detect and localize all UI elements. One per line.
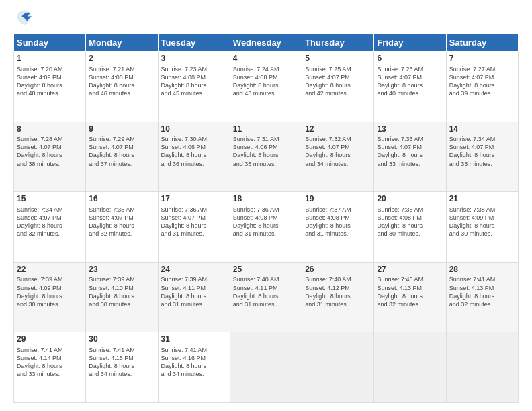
day-number: 26	[305, 265, 371, 275]
calendar-header-row: SundayMondayTuesdayWednesdayThursdayFrid…	[14, 34, 519, 52]
calendar-cell: 21Sunrise: 7:38 AMSunset: 4:09 PMDayligh…	[446, 192, 518, 263]
calendar-cell: 24Sunrise: 7:39 AMSunset: 4:11 PMDayligh…	[158, 262, 230, 332]
calendar-cell: 26Sunrise: 7:40 AMSunset: 4:12 PMDayligh…	[302, 262, 374, 332]
day-number: 13	[377, 124, 443, 135]
calendar-week-row: 1Sunrise: 7:20 AMSunset: 4:09 PMDaylight…	[14, 52, 519, 122]
calendar-cell: 15Sunrise: 7:34 AMSunset: 4:07 PMDayligh…	[14, 192, 86, 263]
cell-info: Sunrise: 7:33 AMSunset: 4:07 PMDaylight:…	[377, 135, 443, 168]
day-number: 5	[305, 54, 371, 64]
day-number: 27	[377, 265, 443, 275]
day-number: 3	[161, 54, 227, 64]
day-number: 16	[89, 194, 154, 205]
cell-info: Sunrise: 7:20 AMSunset: 4:09 PMDaylight:…	[17, 65, 83, 98]
cell-info: Sunrise: 7:31 AMSunset: 4:06 PMDaylight:…	[233, 135, 299, 168]
weekday-header-monday: Monday	[86, 34, 158, 52]
calendar-cell	[230, 332, 302, 403]
cell-info: Sunrise: 7:38 AMSunset: 4:08 PMDaylight:…	[377, 205, 443, 238]
day-number: 4	[233, 54, 299, 64]
calendar-cell: 31Sunrise: 7:41 AMSunset: 4:16 PMDayligh…	[158, 332, 230, 403]
calendar-cell: 12Sunrise: 7:32 AMSunset: 4:07 PMDayligh…	[302, 122, 374, 192]
day-number: 19	[305, 194, 371, 205]
cell-info: Sunrise: 7:41 AMSunset: 4:13 PMDaylight:…	[449, 275, 515, 308]
day-number: 24	[161, 265, 227, 275]
cell-info: Sunrise: 7:39 AMSunset: 4:09 PMDaylight:…	[17, 275, 83, 308]
cell-info: Sunrise: 7:26 AMSunset: 4:07 PMDaylight:…	[377, 65, 443, 98]
day-number: 22	[17, 265, 83, 275]
day-number: 21	[449, 194, 515, 205]
day-number: 10	[161, 124, 227, 135]
day-number: 8	[17, 124, 83, 135]
calendar-week-row: 22Sunrise: 7:39 AMSunset: 4:09 PMDayligh…	[14, 262, 519, 332]
calendar-cell: 19Sunrise: 7:37 AMSunset: 4:08 PMDayligh…	[302, 192, 374, 263]
cell-info: Sunrise: 7:29 AMSunset: 4:07 PMDaylight:…	[89, 135, 154, 168]
calendar-cell: 30Sunrise: 7:41 AMSunset: 4:15 PMDayligh…	[86, 332, 158, 403]
cell-info: Sunrise: 7:36 AMSunset: 4:07 PMDaylight:…	[161, 205, 227, 238]
cell-info: Sunrise: 7:25 AMSunset: 4:07 PMDaylight:…	[305, 65, 371, 98]
cell-info: Sunrise: 7:40 AMSunset: 4:13 PMDaylight:…	[377, 275, 443, 308]
calendar-cell: 5Sunrise: 7:25 AMSunset: 4:07 PMDaylight…	[302, 52, 374, 122]
cell-info: Sunrise: 7:35 AMSunset: 4:07 PMDaylight:…	[89, 205, 154, 238]
day-number: 9	[89, 124, 154, 135]
calendar-cell: 3Sunrise: 7:23 AMSunset: 4:08 PMDaylight…	[158, 52, 230, 122]
calendar-cell: 18Sunrise: 7:36 AMSunset: 4:08 PMDayligh…	[230, 192, 302, 263]
day-number: 31	[161, 334, 227, 345]
calendar-cell: 29Sunrise: 7:41 AMSunset: 4:14 PMDayligh…	[14, 332, 86, 403]
cell-info: Sunrise: 7:39 AMSunset: 4:11 PMDaylight:…	[161, 275, 227, 308]
day-number: 18	[233, 194, 299, 205]
calendar-week-row: 8Sunrise: 7:28 AMSunset: 4:07 PMDaylight…	[14, 122, 519, 192]
day-number: 29	[17, 334, 83, 345]
calendar-cell: 1Sunrise: 7:20 AMSunset: 4:09 PMDaylight…	[14, 52, 86, 122]
day-number: 28	[449, 265, 515, 275]
cell-info: Sunrise: 7:40 AMSunset: 4:11 PMDaylight:…	[233, 275, 299, 308]
day-number: 1	[17, 54, 83, 64]
calendar-cell: 28Sunrise: 7:41 AMSunset: 4:13 PMDayligh…	[446, 262, 518, 332]
day-number: 6	[377, 54, 443, 64]
calendar-cell: 11Sunrise: 7:31 AMSunset: 4:06 PMDayligh…	[230, 122, 302, 192]
calendar-cell: 16Sunrise: 7:35 AMSunset: 4:07 PMDayligh…	[86, 192, 158, 263]
calendar-cell: 8Sunrise: 7:28 AMSunset: 4:07 PMDaylight…	[14, 122, 86, 192]
weekday-header-tuesday: Tuesday	[158, 34, 230, 52]
cell-info: Sunrise: 7:23 AMSunset: 4:08 PMDaylight:…	[161, 65, 227, 98]
day-number: 23	[89, 265, 154, 275]
page: SundayMondayTuesdayWednesdayThursdayFrid…	[0, 0, 532, 411]
day-number: 7	[449, 54, 515, 64]
day-number: 15	[17, 194, 83, 205]
day-number: 2	[89, 54, 154, 64]
calendar-cell: 4Sunrise: 7:24 AMSunset: 4:08 PMDaylight…	[230, 52, 302, 122]
cell-info: Sunrise: 7:21 AMSunset: 4:08 PMDaylight:…	[89, 65, 154, 98]
calendar-cell	[302, 332, 374, 403]
cell-info: Sunrise: 7:40 AMSunset: 4:12 PMDaylight:…	[305, 275, 371, 308]
cell-info: Sunrise: 7:30 AMSunset: 4:06 PMDaylight:…	[161, 135, 227, 168]
cell-info: Sunrise: 7:27 AMSunset: 4:07 PMDaylight:…	[449, 65, 515, 98]
cell-info: Sunrise: 7:34 AMSunset: 4:07 PMDaylight:…	[449, 135, 515, 168]
cell-info: Sunrise: 7:32 AMSunset: 4:07 PMDaylight:…	[305, 135, 371, 168]
weekday-header-wednesday: Wednesday	[230, 34, 302, 52]
calendar-week-row: 29Sunrise: 7:41 AMSunset: 4:14 PMDayligh…	[14, 332, 519, 403]
cell-info: Sunrise: 7:41 AMSunset: 4:14 PMDaylight:…	[17, 346, 83, 379]
calendar-cell: 27Sunrise: 7:40 AMSunset: 4:13 PMDayligh…	[374, 262, 446, 332]
weekday-header-sunday: Sunday	[14, 34, 86, 52]
calendar-cell: 23Sunrise: 7:39 AMSunset: 4:10 PMDayligh…	[86, 262, 158, 332]
calendar-cell: 6Sunrise: 7:26 AMSunset: 4:07 PMDaylight…	[374, 52, 446, 122]
day-number: 30	[89, 334, 154, 345]
logo	[13, 11, 34, 27]
calendar-cell: 25Sunrise: 7:40 AMSunset: 4:11 PMDayligh…	[230, 262, 302, 332]
weekday-header-friday: Friday	[374, 34, 446, 52]
calendar-cell: 14Sunrise: 7:34 AMSunset: 4:07 PMDayligh…	[446, 122, 518, 192]
cell-info: Sunrise: 7:37 AMSunset: 4:08 PMDaylight:…	[305, 205, 371, 238]
cell-info: Sunrise: 7:41 AMSunset: 4:15 PMDaylight:…	[89, 346, 154, 379]
calendar-cell	[374, 332, 446, 403]
day-number: 12	[305, 124, 371, 135]
day-number: 25	[233, 265, 299, 275]
calendar-week-row: 15Sunrise: 7:34 AMSunset: 4:07 PMDayligh…	[14, 192, 519, 263]
day-number: 20	[377, 194, 443, 205]
cell-info: Sunrise: 7:39 AMSunset: 4:10 PMDaylight:…	[89, 275, 154, 308]
cell-info: Sunrise: 7:24 AMSunset: 4:08 PMDaylight:…	[233, 65, 299, 98]
calendar-cell	[446, 332, 518, 403]
day-number: 14	[449, 124, 515, 135]
calendar-cell: 22Sunrise: 7:39 AMSunset: 4:09 PMDayligh…	[14, 262, 86, 332]
calendar-cell: 9Sunrise: 7:29 AMSunset: 4:07 PMDaylight…	[86, 122, 158, 192]
cell-info: Sunrise: 7:34 AMSunset: 4:07 PMDaylight:…	[17, 205, 83, 238]
weekday-header-saturday: Saturday	[446, 34, 518, 52]
day-number: 17	[161, 194, 227, 205]
